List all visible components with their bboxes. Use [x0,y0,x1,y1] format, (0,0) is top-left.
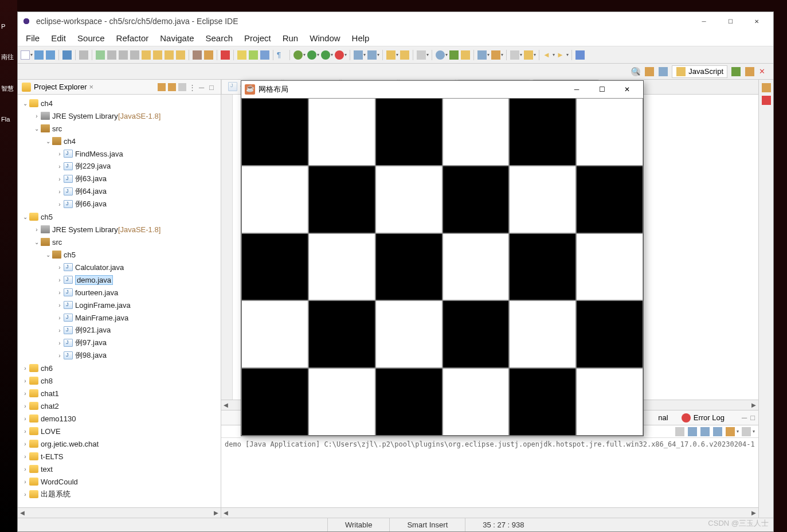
tree-node[interactable]: ›JRE System Library [JavaSE-1.8] [18,109,221,122]
scroll-right-icon[interactable]: ► [749,508,758,517]
console-scrollbar[interactable]: ◄ ► [221,507,758,518]
tree-node[interactable]: ›例63.java [18,173,221,185]
sync-icon[interactable] [260,50,269,60]
tree-node[interactable]: ⌄src [18,236,221,248]
sort-icon[interactable] [510,50,519,60]
new-icon[interactable] [21,50,30,60]
twisty-icon[interactable]: ⌄ [33,239,41,245]
view-menu-icon[interactable]: ⋮ [189,83,197,91]
menu-help[interactable]: Help [347,31,374,45]
link-editor-icon[interactable] [168,83,176,91]
twisty-icon[interactable]: › [21,390,29,397]
tree-node[interactable]: ⌄ch5 [18,210,221,223]
tree-node[interactable]: ›fourteen.java [18,286,221,299]
tree-node[interactable]: ›t-ELTS [18,450,221,463]
tree-node[interactable]: ›Calculator.java [18,261,221,273]
twisty-icon[interactable]: › [56,176,64,182]
back-icon[interactable]: ◄ [543,50,552,60]
tree-node[interactable]: ›例64.java [18,185,221,198]
minimize-view-icon[interactable]: ─ [199,83,207,91]
coverage-icon[interactable] [321,50,330,60]
drop-frame-icon[interactable] [176,50,185,60]
menu-search[interactable]: Search [201,31,237,45]
menu-window[interactable]: Window [305,31,344,45]
filter-icon[interactable] [178,83,186,91]
twisty-icon[interactable]: ⌄ [21,214,29,220]
paragraph-icon[interactable]: ¶ [277,50,286,60]
refresh-icon[interactable] [449,50,459,60]
build-icon[interactable] [193,50,202,60]
flag-icon[interactable] [221,50,230,60]
skip-icon[interactable] [96,50,105,60]
highlight-icon[interactable] [249,50,258,60]
twisty-icon[interactable]: › [56,315,64,321]
explorer-scrollbar[interactable]: ◄ ► [18,507,221,518]
error-log-tab[interactable]: Error Log [676,412,729,424]
perspective-javascript[interactable]: JavaScript [672,65,727,78]
minimap-red-icon[interactable] [762,96,771,105]
twisty-icon[interactable]: › [56,189,64,195]
search-icon[interactable] [417,50,426,60]
tree-node[interactable]: ›chat1 [18,387,221,400]
close-button[interactable]: ✕ [743,13,770,30]
step-over-icon[interactable] [153,50,162,60]
pause-icon[interactable] [107,50,116,60]
link-icon[interactable] [461,50,470,60]
new-package-icon[interactable] [367,50,377,60]
bookmark-icon[interactable] [524,50,533,60]
twisty-icon[interactable]: › [56,327,64,334]
tree-node[interactable]: ›chat2 [18,400,221,412]
console-scroll-icon[interactable] [688,427,697,436]
twisty-icon[interactable]: › [21,466,29,472]
disconnect-icon[interactable] [130,50,139,60]
java-maximize-button[interactable]: ☐ [589,81,614,97]
console-pin-icon[interactable] [675,427,684,436]
task-repo-icon[interactable] [477,50,487,60]
tree-node[interactable]: ⌄ch4 [18,97,221,109]
java-close-button[interactable]: ✕ [614,81,640,97]
git-perspective-icon[interactable] [745,67,754,76]
twisty-icon[interactable]: › [21,441,29,447]
twisty-icon[interactable]: › [56,151,64,157]
scroll-left-icon[interactable]: ◄ [221,508,230,517]
java-perspective-icon[interactable] [659,67,668,76]
ext-tools-icon[interactable] [335,50,344,60]
twisty-icon[interactable]: › [21,403,29,409]
save-icon[interactable] [34,50,44,60]
twisty-icon[interactable]: › [21,491,29,498]
title-bar[interactable]: eclipse-workspace - ch5/src/ch5/demo.jav… [18,12,773,30]
maximize-console-icon[interactable]: □ [750,413,755,422]
twisty-icon[interactable]: › [33,113,41,119]
open-perspective-icon[interactable] [645,67,654,76]
minimize-button[interactable]: ─ [691,13,717,30]
menu-project[interactable]: Project [240,31,276,45]
tree-node[interactable]: ›LoginFrame.java [18,299,221,311]
tree-node[interactable]: ›WordCould [18,475,221,488]
console-clear-icon[interactable] [700,427,710,436]
tree-node[interactable]: ›org.jetic.web.chat [18,437,221,450]
twisty-icon[interactable]: › [33,226,41,233]
twisty-icon[interactable]: ⌄ [21,100,29,107]
twisty-icon[interactable]: › [56,290,64,296]
scroll-right-icon[interactable]: ► [749,401,758,409]
wand-icon[interactable] [237,50,246,60]
twisty-icon[interactable]: › [56,302,64,308]
tree-node[interactable]: ›JRE System Library [JavaSE-1.8] [18,223,221,236]
tree-node[interactable]: ›例229.java [18,160,221,173]
maximize-view-icon[interactable]: □ [209,83,217,91]
terminal-icon[interactable] [62,50,72,60]
tree-node[interactable]: ›text [18,463,221,475]
twisty-icon[interactable]: ⌄ [44,138,52,144]
close-perspective-icon[interactable]: ✕ [759,67,768,76]
tree-node[interactable]: ›出题系统 [18,488,221,500]
twisty-icon[interactable]: › [21,365,29,371]
scroll-left-icon[interactable]: ◄ [18,508,27,517]
tree-node[interactable]: ›ch8 [18,374,221,387]
step-return-icon[interactable] [165,50,174,60]
outline-view-icon[interactable] [762,83,771,92]
console-display-icon[interactable] [713,427,722,436]
tree-node[interactable]: ›例921.java [18,324,221,337]
tree-node[interactable]: ›例97.java [18,337,221,349]
twisty-icon[interactable]: › [56,163,64,170]
project-tree[interactable]: ⌄ch4›JRE System Library [JavaSE-1.8]⌄src… [18,95,221,507]
